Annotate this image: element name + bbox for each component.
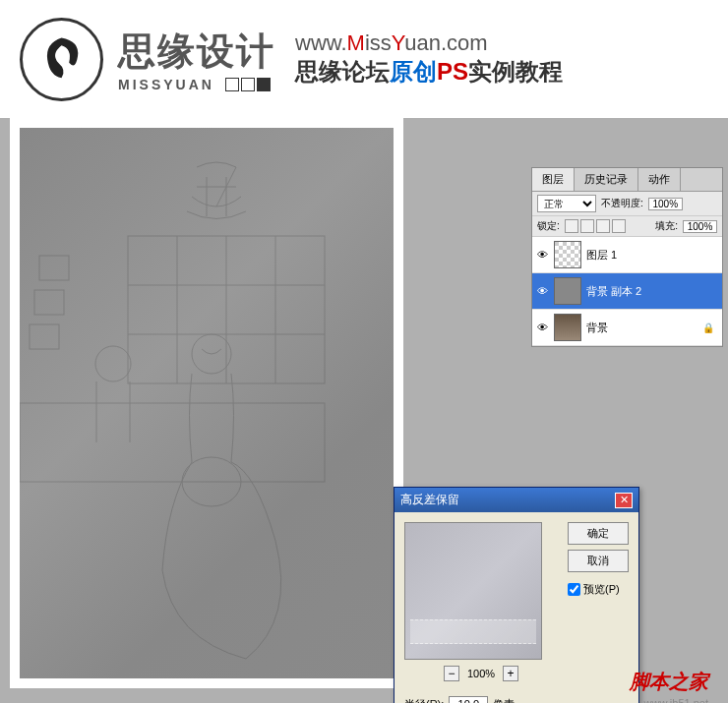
ok-button[interactable]: 确定 [568, 522, 629, 545]
blend-mode-select[interactable]: 正常 [537, 195, 596, 212]
opacity-value[interactable]: 100% [648, 198, 683, 210]
radius-unit: 像素 [493, 697, 515, 704]
fill-value[interactable]: 100% [683, 220, 717, 233]
layer-item[interactable]: 👁 图层 1 [532, 237, 722, 273]
page-header: 思缘设计 MISSYUAN www.MissYuan.com 思缘论坛原创PS实… [0, 0, 728, 118]
svg-rect-6 [20, 403, 325, 482]
preview-check-input[interactable] [568, 583, 580, 596]
opacity-label: 不透明度: [601, 197, 643, 210]
cancel-button[interactable]: 取消 [568, 550, 629, 572]
layer-item[interactable]: 👁 背景 🔒 [532, 310, 722, 346]
layer-name: 图层 1 [586, 248, 617, 263]
layer-list: 👁 图层 1 👁 背景 副本 2 👁 背景 🔒 [532, 237, 722, 346]
logo-badge [20, 18, 103, 101]
lock-pixels-icon[interactable] [580, 219, 594, 233]
dialog-body: − 100% + 确定 取消 预览(P) [394, 512, 638, 691]
canvas-area [0, 118, 413, 703]
layer-thumbnail [554, 277, 581, 305]
photo-preview [20, 128, 394, 678]
logo-boxes [225, 78, 271, 91]
panel-tabs: 图层 历史记录 动作 [532, 168, 722, 192]
visibility-icon[interactable]: 👁 [535, 248, 549, 262]
panels-area: 图层 历史记录 动作 正常 不透明度: 100% 锁定: 填充: 100% [531, 167, 728, 347]
layer-thumbnail [554, 241, 581, 268]
document-canvas[interactable] [10, 118, 403, 688]
logo-text: 思缘设计 MISSYUAN [118, 27, 275, 92]
preview-area: − 100% + [404, 522, 558, 681]
layers-panel: 图层 历史记录 动作 正常 不透明度: 100% 锁定: 填充: 100% [531, 167, 723, 347]
layer-controls: 正常 不透明度: 100% [532, 192, 722, 216]
lock-label: 锁定: [537, 219, 560, 233]
layer-item[interactable]: 👁 背景 副本 2 [532, 273, 722, 310]
sketch-content [20, 128, 394, 678]
visibility-icon[interactable]: 👁 [535, 321, 549, 334]
dialog-buttons: 确定 取消 预览(P) [568, 522, 629, 681]
filter-preview[interactable] [404, 522, 542, 660]
lock-icon: 🔒 [702, 322, 714, 333]
zoom-in-button[interactable]: + [503, 666, 518, 681]
lock-row: 锁定: 填充: 100% [532, 216, 722, 237]
lock-transparent-icon[interactable] [565, 219, 578, 233]
layer-name: 背景 [586, 321, 608, 335]
svg-rect-10 [39, 256, 69, 280]
zoom-value: 100% [467, 668, 495, 679]
zoom-controls: − 100% + [404, 666, 558, 681]
layer-name: 背景 副本 2 [586, 284, 641, 299]
dialog-titlebar[interactable]: 高反差保留 ✕ [394, 488, 638, 512]
tab-history[interactable]: 历史记录 [575, 168, 638, 191]
lock-icons [565, 219, 626, 233]
dialog-title-text: 高反差保留 [400, 492, 459, 508]
svg-rect-12 [30, 324, 59, 349]
tab-layers[interactable]: 图层 [532, 168, 575, 191]
site-subtitle: 思缘论坛原创PS实例教程 [295, 56, 563, 88]
close-icon[interactable]: ✕ [615, 493, 633, 508]
radius-label: 半径(R): [404, 697, 444, 704]
workspace: 图层 历史记录 动作 正常 不透明度: 100% 锁定: 填充: 100% [0, 118, 728, 703]
tab-actions[interactable]: 动作 [638, 168, 681, 191]
visibility-icon[interactable]: 👁 [535, 284, 549, 298]
swan-icon [34, 32, 89, 87]
radius-input[interactable] [449, 696, 488, 703]
watermark-text: 脚本之家 [630, 669, 708, 695]
zoom-out-button[interactable]: − [444, 666, 459, 681]
lock-position-icon[interactable] [596, 219, 610, 233]
svg-point-9 [95, 346, 131, 381]
radius-row: 半径(R): 像素 [394, 691, 638, 703]
layer-thumbnail [554, 314, 581, 341]
header-right: www.MissYuan.com 思缘论坛原创PS实例教程 [295, 30, 563, 88]
high-pass-dialog: 高反差保留 ✕ − 100% + 确定 取消 预览(P) [394, 487, 639, 703]
watermark-url: www.jb51.net [644, 697, 708, 703]
logo-chinese: 思缘设计 [118, 27, 275, 77]
logo-english: MISSYUAN [118, 77, 275, 92]
svg-rect-11 [34, 290, 64, 315]
preview-checkbox[interactable]: 预览(P) [568, 582, 629, 597]
site-url: www.MissYuan.com [295, 30, 563, 56]
fill-label: 填充: [655, 219, 678, 233]
lock-all-icon[interactable] [612, 219, 626, 233]
